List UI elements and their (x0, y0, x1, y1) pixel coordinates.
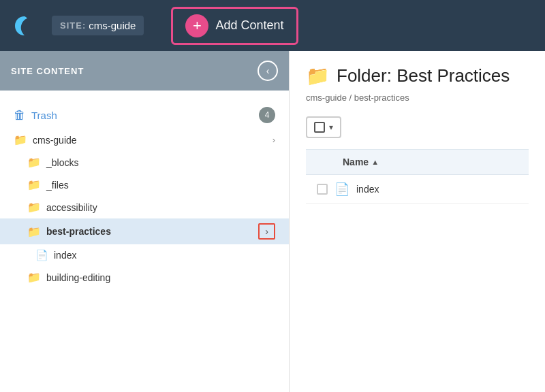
expand-chevron-button[interactable]: › (258, 223, 275, 240)
folder-icon: 📁 (27, 156, 41, 169)
folder-header-icon: 📁 (306, 65, 330, 87)
breadcrumb-path: best-practices (354, 93, 409, 103)
sort-ascending-icon: ▲ (371, 158, 379, 166)
sidebar: SITE CONTENT ‹ 🗑 Trash 4 📁 cms-guide › (0, 51, 290, 392)
folder-header: 📁 Folder: Best Practices (306, 65, 529, 87)
sidebar-item-cms-guide[interactable]: 📁 cms-guide › (0, 129, 289, 151)
row-file-icon: 📄 (334, 182, 349, 197)
sidebar-header: SITE CONTENT ‹ (0, 51, 289, 91)
sidebar-item-accessibility[interactable]: 📁 accessibility (0, 196, 289, 218)
add-content-plus-icon: + (185, 14, 208, 37)
site-info: SITE: cms-guide (52, 16, 144, 35)
folder-label: best-practices (46, 226, 111, 237)
sidebar-item-files[interactable]: 📁 _files (0, 174, 289, 196)
sidebar-item-blocks[interactable]: 📁 _blocks (0, 151, 289, 174)
trash-icon: 🗑 (14, 108, 26, 122)
folder-label: building-editing (46, 272, 110, 283)
trash-item[interactable]: 🗑 Trash 4 (0, 101, 289, 129)
folder-icon: 📁 (14, 133, 27, 146)
folder-icon: 📁 (27, 178, 41, 191)
folder-label: cms-guide (33, 135, 77, 146)
row-name: index (356, 184, 379, 195)
select-all-checkbox[interactable] (314, 122, 325, 133)
table-row[interactable]: 📄 index (306, 175, 529, 204)
app-logo (11, 12, 38, 39)
row-checkbox[interactable] (317, 184, 328, 195)
folder-label: accessibility (46, 202, 97, 213)
site-name: cms-guide (89, 20, 136, 31)
site-label: SITE: (60, 20, 86, 31)
folder-label: _blocks (46, 157, 78, 168)
breadcrumb: cms-guide / best-practices (306, 93, 529, 103)
select-all-dropdown[interactable]: ▾ (306, 116, 341, 138)
add-content-label: Add Content (215, 18, 283, 33)
header: SITE: cms-guide + Add Content (0, 0, 545, 51)
table-header: Name ▲ (306, 149, 529, 175)
sidebar-item-index[interactable]: 📄 index (0, 244, 289, 266)
sidebar-content: 🗑 Trash 4 📁 cms-guide › 📁 _blocks (0, 91, 289, 299)
right-panel: 📁 Folder: Best Practices cms-guide / bes… (290, 51, 545, 392)
add-content-button[interactable]: + Add Content (171, 7, 298, 45)
sidebar-title: SITE CONTENT (11, 66, 84, 76)
trash-left: 🗑 Trash (14, 108, 57, 122)
sidebar-item-building-editing[interactable]: 📁 building-editing (0, 266, 289, 289)
trash-count-badge: 4 (259, 107, 275, 123)
name-column-header[interactable]: Name ▲ (343, 157, 379, 167)
folder-icon: 📁 (27, 225, 41, 238)
sidebar-item-best-practices[interactable]: 📁 best-practices › (0, 218, 289, 244)
dropdown-arrow-icon: ▾ (329, 122, 333, 132)
breadcrumb-site[interactable]: cms-guide (306, 93, 347, 103)
folder-label: _files (46, 180, 69, 191)
collapse-sidebar-button[interactable]: ‹ (258, 61, 278, 81)
folder-title: Folder: Best Practices (337, 65, 510, 86)
folder-icon: 📁 (27, 201, 41, 214)
folder-icon: 📁 (27, 271, 41, 284)
breadcrumb-sep: / (349, 93, 354, 103)
file-icon: 📄 (35, 249, 48, 261)
trash-label: Trash (31, 110, 57, 121)
toolbar: ▾ (306, 116, 529, 138)
main-layout: SITE CONTENT ‹ 🗑 Trash 4 📁 cms-guide › (0, 51, 545, 392)
folder-label: index (54, 250, 76, 261)
chevron-right-icon: › (272, 135, 275, 145)
